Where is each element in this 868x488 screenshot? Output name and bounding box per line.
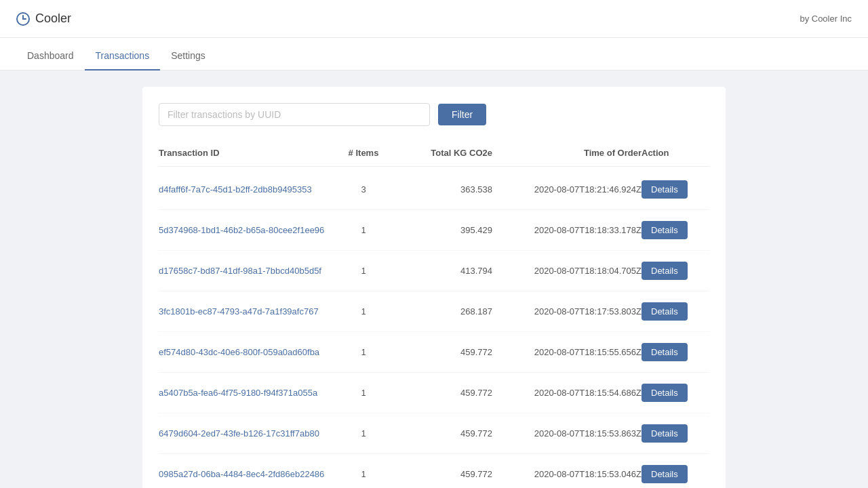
table-row: d4faff6f-7a7c-45d1-b2ff-2db8b9495353 3 3… (159, 169, 709, 210)
items-count: 1 (330, 225, 397, 235)
co2e-value: 268.187 (397, 306, 492, 317)
brand-name: by Cooler Inc (800, 14, 852, 24)
items-count: 3 (330, 184, 397, 195)
details-button[interactable]: Details (642, 221, 688, 239)
time-of-order: 2020-08-07T18:15:54.686Z (492, 388, 642, 398)
details-button[interactable]: Details (642, 302, 688, 321)
transaction-id: 5d374968-1bd1-46b2-b65a-80cee2f1ee96 (159, 225, 330, 235)
details-button[interactable]: Details (642, 384, 688, 402)
time-of-order: 2020-08-07T18:17:53.803Z (492, 306, 642, 317)
co2e-value: 363.538 (397, 184, 492, 195)
time-of-order: 2020-08-07T18:15:53.863Z (492, 428, 642, 439)
transaction-id: 6479d604-2ed7-43fe-b126-17c31ff7ab80 (159, 428, 330, 439)
co2e-value: 459.772 (397, 347, 492, 357)
action-cell: Details (642, 424, 709, 443)
action-cell: Details (642, 180, 709, 199)
co2e-value: 395.429 (397, 225, 492, 235)
table-row: 0985a27d-06ba-4484-8ec4-2fd86eb22486 1 4… (159, 454, 709, 488)
action-cell: Details (642, 262, 709, 280)
transaction-id: d17658c7-bd87-41df-98a1-7bbcd40b5d5f (159, 266, 330, 276)
details-button[interactable]: Details (642, 262, 688, 280)
table-row: a5407b5a-fea6-4f75-9180-f94f371a055a 1 4… (159, 373, 709, 413)
time-of-order: 2020-08-07T18:15:55.656Z (492, 347, 642, 357)
transaction-id: 3fc1801b-ec87-4793-a47d-7a1f39afc767 (159, 306, 330, 317)
items-count: 1 (330, 347, 397, 357)
app-title: Cooler (35, 12, 71, 26)
co2e-value: 459.772 (397, 388, 492, 398)
main-content: Filter Transaction ID # Items Total KG C… (0, 70, 868, 488)
app-logo (16, 12, 30, 26)
table-body: d4faff6f-7a7c-45d1-b2ff-2db8b9495353 3 3… (159, 169, 709, 488)
filter-button[interactable]: Filter (438, 104, 486, 125)
items-count: 1 (330, 306, 397, 317)
filter-row: Filter (159, 103, 709, 126)
time-of-order: 2020-08-07T18:15:53.046Z (492, 469, 642, 479)
action-cell: Details (642, 343, 709, 361)
table-row: ef574d80-43dc-40e6-800f-059a0ad60fba 1 4… (159, 332, 709, 373)
items-count: 1 (330, 469, 397, 479)
action-cell: Details (642, 384, 709, 402)
nav-item-dashboard[interactable]: Dashboard (16, 42, 85, 70)
items-count: 1 (330, 388, 397, 398)
time-of-order: 2020-08-07T18:21:46.924Z (492, 184, 642, 195)
header-left: Cooler (16, 12, 71, 26)
details-button[interactable]: Details (642, 180, 688, 199)
time-of-order: 2020-08-07T18:18:33.178Z (492, 225, 642, 235)
col-header-action: Action (642, 148, 709, 158)
table-row: 5d374968-1bd1-46b2-b65a-80cee2f1ee96 1 3… (159, 210, 709, 251)
nav-item-transactions[interactable]: Transactions (85, 42, 161, 70)
table-header: Transaction ID # Items Total KG CO2e Tim… (159, 142, 709, 167)
navigation: Dashboard Transactions Settings (0, 38, 868, 70)
content-card: Filter Transaction ID # Items Total KG C… (142, 87, 726, 488)
transaction-id: d4faff6f-7a7c-45d1-b2ff-2db8b9495353 (159, 184, 330, 195)
nav-item-settings[interactable]: Settings (160, 42, 216, 70)
transaction-id: a5407b5a-fea6-4f75-9180-f94f371a055a (159, 388, 330, 398)
details-button[interactable]: Details (642, 424, 688, 443)
transaction-id: 0985a27d-06ba-4484-8ec4-2fd86eb22486 (159, 469, 330, 479)
co2e-value: 413.794 (397, 266, 492, 276)
action-cell: Details (642, 302, 709, 321)
items-count: 1 (330, 266, 397, 276)
table-row: 3fc1801b-ec87-4793-a47d-7a1f39afc767 1 2… (159, 291, 709, 332)
time-of-order: 2020-08-07T18:18:04.705Z (492, 266, 642, 276)
table-row: d17658c7-bd87-41df-98a1-7bbcd40b5d5f 1 4… (159, 251, 709, 291)
action-cell: Details (642, 221, 709, 239)
transaction-id: ef574d80-43dc-40e6-800f-059a0ad60fba (159, 347, 330, 357)
col-header-time: Time of Order (492, 148, 642, 158)
header: Cooler by Cooler Inc (0, 0, 868, 38)
col-header-items: # Items (330, 148, 397, 158)
items-count: 1 (330, 428, 397, 439)
co2e-value: 459.772 (397, 428, 492, 439)
co2e-value: 459.772 (397, 469, 492, 479)
action-cell: Details (642, 465, 709, 483)
search-input[interactable] (159, 103, 430, 126)
col-header-co2e: Total KG CO2e (397, 148, 492, 158)
details-button[interactable]: Details (642, 343, 688, 361)
table-row: 6479d604-2ed7-43fe-b126-17c31ff7ab80 1 4… (159, 413, 709, 454)
col-header-transaction-id: Transaction ID (159, 148, 330, 158)
details-button[interactable]: Details (642, 465, 688, 483)
